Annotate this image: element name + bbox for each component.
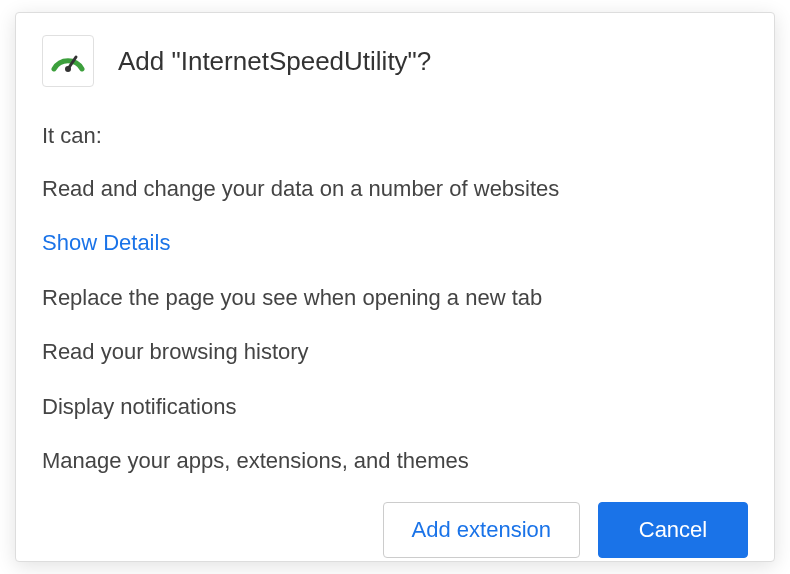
dialog-header: Add "InternetSpeedUtility"? [42,35,748,87]
add-extension-button[interactable]: Add extension [383,502,580,558]
dialog-footer: Add extension Cancel [42,502,748,558]
extension-install-dialog: Add "InternetSpeedUtility"? It can: Read… [15,12,775,562]
permission-item: Read your browsing history [42,338,748,367]
permissions-intro: It can: [42,123,748,149]
permission-item: Replace the page you see when opening a … [42,284,748,313]
speedometer-icon [48,41,88,81]
permission-item: Display notifications [42,393,748,422]
permission-item: Manage your apps, extensions, and themes [42,447,748,476]
extension-icon [42,35,94,87]
dialog-title: Add "InternetSpeedUtility"? [118,46,431,77]
cancel-button[interactable]: Cancel [598,502,748,558]
svg-point-1 [65,66,71,72]
show-details-link[interactable]: Show Details [42,230,748,256]
permission-item: Read and change your data on a number of… [42,175,748,204]
